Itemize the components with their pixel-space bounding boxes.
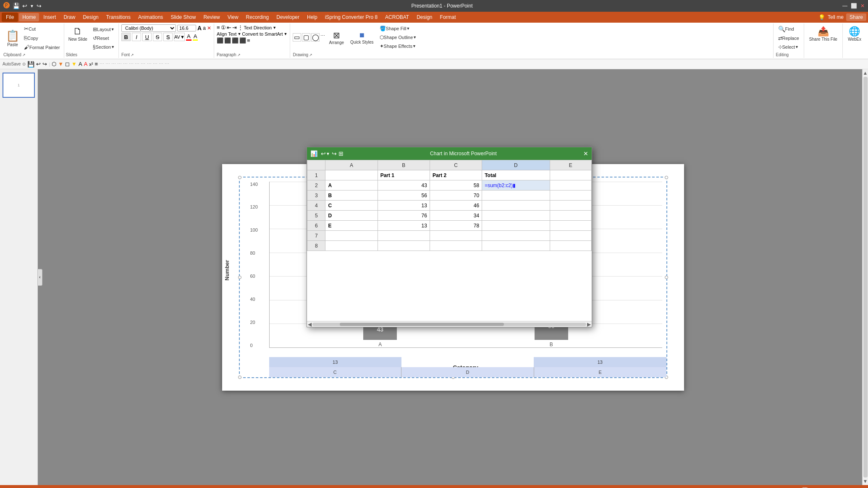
autosave-toggle[interactable]: ⊙ [22,62,26,66]
toolbar-align-icon[interactable]: ≡ [95,61,98,67]
cell-d8[interactable] [482,241,550,251]
close-btn[interactable]: ✕ [860,3,865,9]
qa-save-icon[interactable]: 💾 [27,61,34,68]
line-spacing-btn[interactable]: ≡ [247,37,250,44]
menu-recording[interactable]: Recording [243,13,273,21]
cell-c4[interactable]: 46 [430,201,482,211]
col-header-d[interactable]: D [482,160,550,170]
clipboard-expand-icon[interactable]: ↗ [22,53,26,57]
cell-a6[interactable]: E [325,221,378,231]
decrease-indent-btn[interactable]: ⇤ [227,24,231,31]
cell-d7[interactable] [482,231,550,241]
replace-btn[interactable]: ⇄ Replace [776,34,801,42]
cell-a4[interactable]: C [325,201,378,211]
decrease-font-btn[interactable]: a [203,25,206,31]
shadow-button[interactable]: S [163,33,173,41]
convert-smartart-btn[interactable]: Convert to SmartArt [242,31,283,37]
increase-font-btn[interactable]: A [197,25,202,31]
handle-tl[interactable] [238,176,241,179]
view-normal-icon[interactable]: ⊞ [781,486,786,488]
font-size-input[interactable] [177,25,196,31]
excel-close-btn[interactable]: ✕ [583,150,588,157]
excel-undo-dropdown[interactable]: ▼ [326,151,330,156]
cell-b8[interactable] [378,241,430,251]
cell-d5[interactable] [482,211,550,221]
menu-transitions[interactable]: Transitions [103,13,134,21]
qa-redo-icon[interactable]: ↪ [42,61,47,67]
quick-save-btn[interactable]: 💾 [13,3,20,9]
menu-view[interactable]: View [224,13,242,21]
new-slide-button[interactable]: 🗋 New Slide [66,24,90,52]
align-text-btn[interactable]: Align Text [217,31,237,37]
char-spacing-button[interactable]: AV▼ [174,33,185,41]
align-center-btn[interactable]: ⬛ [224,37,231,44]
cell-c5[interactable]: 34 [430,211,482,221]
cell-a7[interactable] [325,231,378,241]
share-file-btn[interactable]: 📤 Share This File [807,24,840,43]
restore-btn[interactable]: ⬜ [851,3,857,9]
align-right-btn[interactable]: ⬛ [232,37,239,44]
font-expand-icon[interactable]: ↗ [131,53,134,57]
cell-c8[interactable] [430,241,482,251]
cell-b5[interactable]: 76 [378,211,430,221]
cell-e8[interactable] [550,241,591,251]
menu-review[interactable]: Review [200,13,223,21]
shape-effects-btn[interactable]: ✦ Shape Effects ▼ [378,42,419,50]
toolbar-fill2-icon[interactable]: ▼ [71,61,77,67]
cell-d4[interactable] [482,201,550,211]
view-slideshow-icon[interactable]: ▶ [813,486,818,488]
quick-undo-dropdown[interactable]: ▼ [30,4,34,8]
toolbar-shapes-icon[interactable]: ⬡ [52,61,56,67]
thumbnails-expand-btn[interactable]: ‹ [37,269,42,286]
cell-b6[interactable]: 13 [378,221,430,231]
select-btn[interactable]: ⊹ Select ▼ [776,43,801,51]
numbering-btn[interactable]: ① [221,24,226,31]
tell-me-input[interactable]: Tell me [828,14,844,20]
cell-c3[interactable]: 70 [430,191,482,201]
highlight-btn[interactable]: A [193,33,198,41]
cell-e5[interactable] [550,211,591,221]
cell-a8[interactable] [325,241,378,251]
toolbar-shadow-icon[interactable]: ◻ [65,61,70,67]
shape-rect-icon[interactable]: ▭ [293,33,301,42]
excel-redo-btn[interactable]: ↪ [332,150,337,157]
shape-fill-btn[interactable]: 🪣 Shape Fill ▼ [378,24,419,33]
cell-b4[interactable]: 13 [378,201,430,211]
menu-developer[interactable]: Developer [273,13,303,21]
cell-c1[interactable]: Part 2 [430,170,482,180]
menu-format[interactable]: Format [437,13,459,21]
menu-draw[interactable]: Draw [60,13,79,21]
cell-e4[interactable] [550,201,591,211]
col-header-e[interactable]: E [550,160,591,170]
menu-design2[interactable]: Design [413,13,435,21]
cell-a2[interactable]: A [325,180,378,191]
view-slide-sorter-icon[interactable]: ⊟ [791,486,796,488]
cell-b2[interactable]: 43 [378,180,430,191]
slide-vscrollbar[interactable]: ▲ ▼ [862,69,868,485]
share-button[interactable]: Share [846,13,866,21]
clear-format-btn[interactable]: ✕ [207,25,211,31]
quick-styles-btn[interactable]: ■ Quick Styles [348,29,376,46]
font-family-select[interactable]: Calibri (Body) [121,24,176,32]
handle-ml[interactable] [238,276,241,279]
excel-hscrollbar[interactable]: ◀ ▶ [307,321,592,327]
cell-c2[interactable]: 58 [430,180,482,191]
menu-home[interactable]: Home [19,13,39,21]
cell-e7[interactable] [550,231,591,241]
cell-d6[interactable] [482,221,550,231]
handle-bl[interactable] [238,376,241,379]
minimize-btn[interactable]: — [842,3,847,9]
cell-c7[interactable] [430,231,482,241]
reset-button[interactable]: ↺ Reset [91,34,117,42]
cut-button[interactable]: ✂ Cut [22,24,62,33]
menu-help[interactable]: Help [304,13,321,21]
cell-d1[interactable]: Total [482,170,550,180]
toolbar-textcolor-icon[interactable]: A [84,61,88,67]
menu-animations[interactable]: Animations [135,13,166,21]
cols-btn[interactable]: ⋮ [238,24,243,31]
qa-undo-icon[interactable]: ↩ [36,61,41,67]
italic-button[interactable]: I [132,33,141,41]
quick-redo-btn[interactable]: ↪ [37,3,42,9]
cell-e3[interactable] [550,191,591,201]
cell-b3[interactable]: 56 [378,191,430,201]
